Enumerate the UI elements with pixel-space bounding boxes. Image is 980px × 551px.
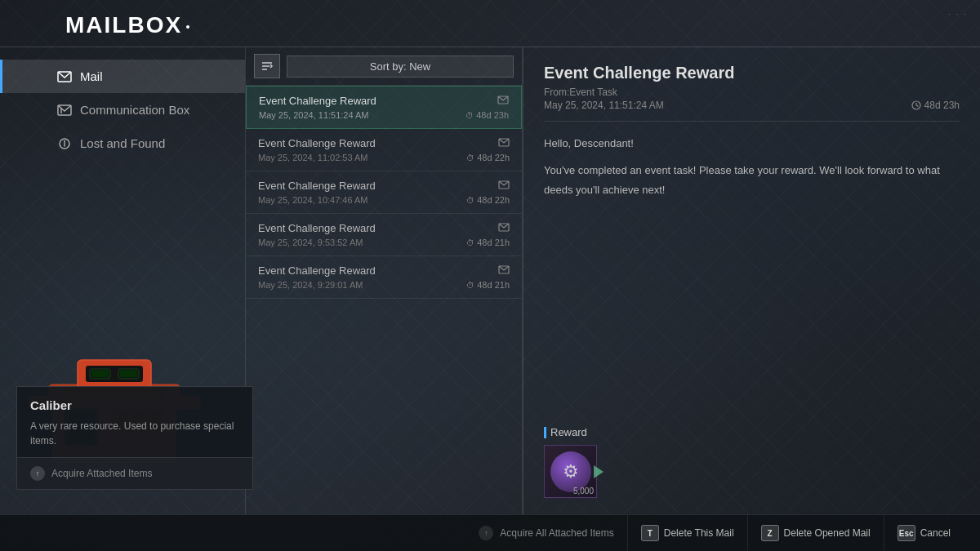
cancel-label: Cancel xyxy=(920,527,951,539)
sort-bar: Sort by: New xyxy=(246,47,522,86)
acquire-icon: ↑ xyxy=(30,466,45,481)
sidebar-item-communication[interactable]: Communication Box xyxy=(0,93,245,127)
time-badge: 48d 23h xyxy=(466,110,509,120)
communication-icon xyxy=(57,104,72,116)
time-badge: 48d 21h xyxy=(466,238,510,247)
mail-attachment-icon xyxy=(497,96,509,107)
svg-rect-26 xyxy=(91,371,109,377)
reward-item[interactable]: ⚙ 5,000 xyxy=(544,445,597,498)
mail-item-date: May 25, 2024, 11:02:53 AM 48d 22h xyxy=(258,153,510,162)
delete-this-key: T xyxy=(641,525,659,541)
reward-item-count: 5,000 xyxy=(573,487,594,495)
delete-opened-button[interactable]: Z Delete Opened Mail xyxy=(747,515,884,551)
page-title: Mailbox xyxy=(65,12,189,38)
delete-this-button[interactable]: T Delete This Mail xyxy=(627,515,747,551)
mail-icon xyxy=(57,71,72,82)
acquire-all-icon: ↑ xyxy=(479,526,493,540)
mail-item-date: May 25, 2024, 11:51:24 AM 48d 23h xyxy=(259,110,509,120)
mail-item[interactable]: Event Challenge Reward May 25, 2024, 9:2… xyxy=(246,256,522,299)
sort-button[interactable] xyxy=(254,54,280,78)
mail-item-title: Event Challenge Reward xyxy=(258,222,510,234)
tooltip-title: Caliber xyxy=(30,398,239,412)
mail-item-date: May 25, 2024, 9:53:52 AM 48d 21h xyxy=(258,238,510,247)
sidebar-item-mail[interactable]: Mail xyxy=(0,60,245,93)
delete-opened-label: Delete Opened Mail xyxy=(784,527,871,539)
acquire-all-label: Acquire All Attached Items xyxy=(500,527,613,539)
detail-date-row: May 25, 2024, 11:51:24 AM 48d 23h xyxy=(544,100,960,111)
tooltip-action-label: Acquire Attached Items xyxy=(51,468,152,479)
time-badge: 48d 21h xyxy=(466,280,510,290)
acquire-all-button[interactable]: ↑ Acquire All Attached Items xyxy=(466,515,626,551)
mail-detail-panel: · · · Event Challenge Reward From:Event … xyxy=(523,47,980,514)
sidebar-item-lost-found[interactable]: Lost and Found xyxy=(0,127,245,160)
mail-item[interactable]: Event Challenge Reward May 25, 2024, 10:… xyxy=(246,171,522,214)
mail-item[interactable]: Event Challenge Reward May 25, 2024, 11:… xyxy=(246,86,522,129)
time-badge: 48d 22h xyxy=(466,195,510,205)
reward-label: Reward xyxy=(544,426,960,438)
reward-item-icon: ⚙ xyxy=(550,451,591,492)
tooltip-action[interactable]: ↑ Acquire Attached Items xyxy=(17,457,252,489)
cancel-button[interactable]: Esc Cancel xyxy=(884,515,964,551)
detail-title: Event Challenge Reward xyxy=(544,64,960,82)
tooltip-description: A very rare resource. Used to purchase s… xyxy=(30,419,239,448)
delete-this-label: Delete This Mail xyxy=(664,527,734,539)
mail-list-panel: Sort by: New Event Challenge Reward May … xyxy=(245,47,523,514)
reward-section: Reward ⚙ 5,000 xyxy=(544,414,960,498)
detail-body: Hello, Descendant! You've completed an e… xyxy=(544,134,960,414)
mail-attachment-icon xyxy=(498,265,510,277)
sidebar-communication-label: Communication Box xyxy=(80,103,189,117)
svg-rect-27 xyxy=(120,371,137,377)
mail-attachment-icon xyxy=(498,138,510,149)
mail-item-title: Event Challenge Reward xyxy=(258,264,510,277)
detail-date: May 25, 2024, 11:51:24 AM xyxy=(544,100,664,111)
detail-from: From:Event Task xyxy=(544,87,960,98)
mail-list: Event Challenge Reward May 25, 2024, 11:… xyxy=(246,86,522,514)
sidebar-lost-found-label: Lost and Found xyxy=(80,136,165,150)
mail-item-title: Event Challenge Reward xyxy=(258,180,510,192)
mail-item-date: May 25, 2024, 10:47:46 AM 48d 22h xyxy=(258,195,510,205)
tooltip: Caliber A very rare resource. Used to pu… xyxy=(16,386,253,490)
mail-item[interactable]: Event Challenge Reward May 25, 2024, 9:5… xyxy=(246,214,522,256)
sort-label[interactable]: Sort by: New xyxy=(287,56,514,78)
time-badge: 48d 22h xyxy=(466,153,510,162)
mail-item-date: May 25, 2024, 9:29:01 AM 48d 21h xyxy=(258,280,510,290)
lost-found-icon xyxy=(57,138,72,149)
delete-opened-key: Z xyxy=(761,525,779,541)
mail-item-title: Event Challenge Reward xyxy=(259,95,509,107)
body-greeting: Hello, Descendant! xyxy=(544,134,960,153)
cursor-arrow xyxy=(594,465,604,478)
mail-attachment-icon xyxy=(498,223,510,234)
detail-time-badge: 48d 23h xyxy=(911,100,960,111)
svg-line-48 xyxy=(916,105,919,107)
bottom-bar: ↑ Acquire All Attached Items T Delete Th… xyxy=(0,514,980,551)
mail-item[interactable]: Event Challenge Reward May 25, 2024, 11:… xyxy=(246,129,522,171)
mail-item-title: Event Challenge Reward xyxy=(258,137,510,149)
sidebar-mail-label: Mail xyxy=(80,69,103,83)
body-text: You've completed an event task! Please t… xyxy=(544,161,960,199)
detail-header: Event Challenge Reward From:Event Task M… xyxy=(544,64,960,122)
mail-attachment-icon xyxy=(498,180,510,192)
mailbox-header: Mailbox xyxy=(0,0,980,47)
cancel-key: Esc xyxy=(898,525,915,541)
